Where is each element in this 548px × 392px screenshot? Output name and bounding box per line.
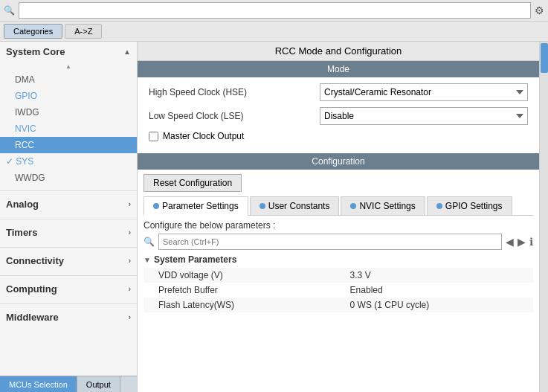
lse-label: Low Speed Clock (LSE) (149, 111, 320, 121)
chevron-right-icon-timers: › (129, 228, 131, 237)
config-tabs: Parameter Settings User Constants NVIC S… (144, 196, 533, 216)
content-area: System Core ▲ ▲ DMA GPIO IWDG NVIC RCC S… (0, 42, 548, 392)
master-clock-label: Master Clock Output (163, 131, 244, 141)
hse-row: High Speed Clock (HSE) Crystal/Ceramic R… (149, 83, 528, 101)
hse-label: High Speed Clock (HSE) (149, 87, 320, 97)
sidebar-divider-4 (0, 275, 137, 276)
timers-label: Timers (6, 227, 37, 238)
param-name-vdd: VDD voltage (V) (144, 268, 344, 283)
sidebar-items-system-core: DMA GPIO IWDG NVIC RCC SYS WWDG (0, 71, 137, 186)
computing-label: Computing (6, 283, 57, 295)
main-panel: RCC Mode and Configuration Mode High Spe… (138, 42, 539, 392)
panel-title: RCC Mode and Configuration (138, 42, 539, 61)
chevron-right-icon-connectivity: › (129, 257, 131, 265)
dot-parameter (153, 203, 159, 209)
tab-parameter-settings[interactable]: Parameter Settings (144, 196, 248, 216)
tab-gpio-label: GPIO Settings (445, 201, 503, 211)
sidebar-section-header-computing[interactable]: Computing › (0, 279, 137, 299)
sidebar-section-system-core: System Core ▲ ▲ DMA GPIO IWDG NVIC RCC S… (0, 42, 137, 186)
param-name-flash: Flash Latency(WS) (144, 298, 344, 312)
search-small-icon: 🔍 (144, 237, 155, 247)
tab-parameter-label: Parameter Settings (162, 201, 239, 211)
tab-nvic-label: NVIC Settings (359, 201, 415, 211)
tab-atoz[interactable]: A->Z (65, 24, 102, 39)
dot-gpio (436, 203, 442, 209)
analog-label: Analog (6, 199, 39, 210)
chevron-right-icon-computing: › (129, 285, 131, 293)
tab-user-label: User Constants (268, 201, 330, 211)
connectivity-label: Connectivity (6, 255, 64, 266)
sidebar-section-computing: Computing › (0, 279, 137, 299)
tab-user-constants[interactable]: User Constants (250, 196, 340, 215)
sidebar-item-wwdg[interactable]: WWDG (0, 170, 137, 186)
lse-row: Low Speed Clock (LSE) Disable (149, 107, 528, 125)
gear-icon[interactable]: ⚙ (535, 4, 544, 16)
sidebar-item-gpio[interactable]: GPIO (0, 88, 137, 104)
sidebar: System Core ▲ ▲ DMA GPIO IWDG NVIC RCC S… (0, 42, 138, 392)
tab-output[interactable]: Output (77, 376, 120, 392)
system-core-label: System Core (6, 46, 65, 57)
sidebar-section-middleware: Middleware › (0, 307, 137, 327)
hse-select[interactable]: Crystal/Ceramic Resonator (320, 83, 528, 101)
param-search-row: 🔍 ◀ ▶ ℹ (144, 234, 533, 250)
scroll-indicator: ▲ (0, 62, 137, 71)
sidebar-section-header-connectivity[interactable]: Connectivity › (0, 251, 137, 271)
app-container: 🔍 ⚙ Categories A->Z System Core ▲ ▲ DMA … (0, 0, 548, 392)
collapse-icon[interactable]: ▼ (144, 256, 151, 264)
sidebar-divider-1 (0, 190, 137, 191)
tab-mcu-selection[interactable]: MCUs Selection (0, 376, 77, 392)
param-value-prefetch: Enabled (344, 283, 533, 298)
system-parameters-header: ▼ System Parameters (144, 254, 533, 265)
config-section-header: Configuration (138, 153, 539, 170)
sidebar-divider-2 (0, 219, 137, 219)
sidebar-item-nvic[interactable]: NVIC (0, 121, 137, 137)
dot-nvic (350, 203, 356, 209)
table-row: VDD voltage (V) 3.3 V (144, 268, 533, 283)
info-icon: ℹ (529, 236, 533, 248)
master-clock-checkbox[interactable] (149, 132, 158, 141)
system-parameters-label: System Parameters (154, 254, 236, 265)
table-row: Prefetch Buffer Enabled (144, 283, 533, 298)
sidebar-item-iwdg[interactable]: IWDG (0, 104, 137, 121)
dot-user (260, 203, 265, 209)
sidebar-item-rcc[interactable]: RCC (0, 137, 137, 153)
scrollbar-thumb (541, 43, 548, 73)
sidebar-section-analog: Analog › (0, 194, 137, 214)
tab-gpio-settings[interactable]: GPIO Settings (427, 196, 512, 215)
sidebar-section-timers: Timers › (0, 222, 137, 242)
param-search-input[interactable] (158, 234, 502, 250)
tab-bar: Categories A->Z (0, 22, 548, 42)
table-row: Flash Latency(WS) 0 WS (1 CPU cycle) (144, 298, 533, 312)
prev-icon[interactable]: ◀ (506, 236, 514, 248)
sidebar-divider-5 (0, 303, 137, 304)
parameters-table: VDD voltage (V) 3.3 V Prefetch Buffer En… (144, 268, 533, 312)
tab-nvic-settings[interactable]: NVIC Settings (341, 196, 425, 215)
sidebar-section-header-middleware[interactable]: Middleware › (0, 307, 137, 327)
search-bar: 🔍 ⚙ (0, 0, 548, 22)
configure-text: Configure the below parameters : (144, 220, 533, 231)
mode-section-header: Mode (138, 61, 539, 77)
sidebar-section-header-timers[interactable]: Timers › (0, 222, 137, 242)
chevron-down-icon: ▲ (123, 48, 131, 56)
chevron-right-icon-middleware: › (129, 313, 131, 321)
sidebar-section-header-analog[interactable]: Analog › (0, 194, 137, 214)
mode-section: Mode High Speed Clock (HSE) Crystal/Cera… (138, 61, 539, 147)
right-scrollbar[interactable] (539, 42, 548, 392)
config-content: Reset Configuration Parameter Settings U… (138, 170, 539, 317)
param-value-flash: 0 WS (1 CPU cycle) (344, 298, 533, 312)
reset-configuration-button[interactable]: Reset Configuration (144, 174, 242, 192)
lse-select[interactable]: Disable (320, 107, 528, 125)
search-input[interactable] (19, 2, 531, 19)
scroll-up-icon: ▲ (65, 63, 71, 70)
sidebar-section-header-system-core[interactable]: System Core ▲ (0, 42, 137, 62)
bottom-tabs: MCUs Selection Output (0, 376, 137, 392)
mode-content: High Speed Clock (HSE) Crystal/Ceramic R… (138, 77, 539, 147)
sidebar-divider-3 (0, 247, 137, 248)
tab-categories[interactable]: Categories (4, 24, 62, 39)
chevron-right-icon-analog: › (129, 200, 131, 208)
next-icon[interactable]: ▶ (518, 236, 526, 248)
param-value-vdd: 3.3 V (344, 268, 533, 283)
sidebar-item-dma[interactable]: DMA (0, 71, 137, 88)
sidebar-item-sys[interactable]: SYS (0, 153, 137, 170)
search-icon: 🔍 (4, 5, 15, 16)
